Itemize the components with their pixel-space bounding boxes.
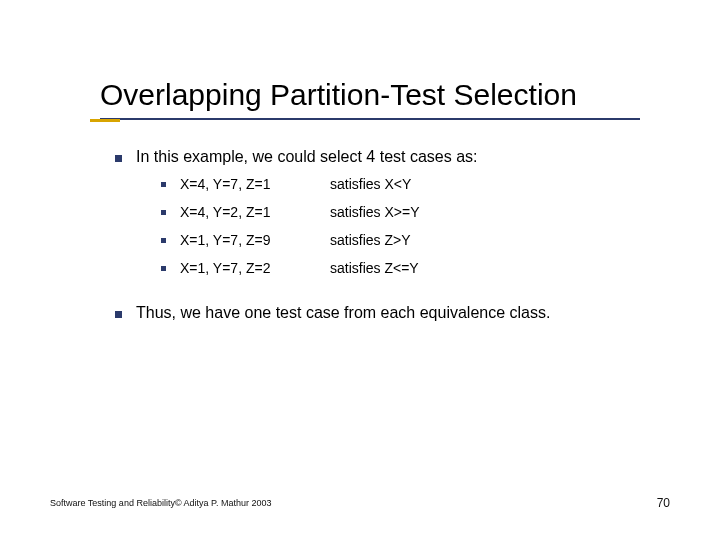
square-bullet-icon: [161, 182, 166, 187]
title-wrap: Overlapping Partition-Test Selection: [100, 78, 680, 111]
title-underline: [100, 118, 640, 120]
case-condition: satisfies Z>Y: [330, 232, 530, 248]
case-condition: satisfies X>=Y: [330, 204, 530, 220]
list-item: X=1, Y=7, Z=2 satisfies Z<=Y: [161, 260, 660, 276]
slide: Overlapping Partition-Test Selection In …: [0, 0, 720, 540]
spacer: [115, 288, 660, 304]
bullet-intro: In this example, we could select 4 test …: [115, 148, 660, 166]
test-case-list: X=4, Y=7, Z=1 satisfies X<Y X=4, Y=2, Z=…: [161, 176, 660, 276]
list-item: X=4, Y=2, Z=1 satisfies X>=Y: [161, 204, 660, 220]
list-item: X=1, Y=7, Z=9 satisfies Z>Y: [161, 232, 660, 248]
square-bullet-icon: [115, 155, 122, 162]
slide-title: Overlapping Partition-Test Selection: [100, 78, 680, 111]
page-number: 70: [657, 496, 670, 510]
slide-body: In this example, we could select 4 test …: [115, 148, 660, 332]
list-item: X=4, Y=7, Z=1 satisfies X<Y: [161, 176, 660, 192]
square-bullet-icon: [161, 266, 166, 271]
case-condition: satisfies X<Y: [330, 176, 530, 192]
case-values: X=4, Y=7, Z=1: [180, 176, 330, 192]
square-bullet-icon: [161, 210, 166, 215]
footer-copyright: Software Testing and Reliability© Aditya…: [50, 498, 271, 508]
case-values: X=1, Y=7, Z=9: [180, 232, 330, 248]
intro-text: In this example, we could select 4 test …: [136, 148, 478, 166]
square-bullet-icon: [161, 238, 166, 243]
conclusion-text: Thus, we have one test case from each eq…: [136, 304, 550, 322]
bullet-conclusion: Thus, we have one test case from each eq…: [115, 304, 660, 322]
case-values: X=1, Y=7, Z=2: [180, 260, 330, 276]
square-bullet-icon: [115, 311, 122, 318]
case-condition: satisfies Z<=Y: [330, 260, 530, 276]
case-values: X=4, Y=2, Z=1: [180, 204, 330, 220]
title-accent: [90, 119, 120, 122]
